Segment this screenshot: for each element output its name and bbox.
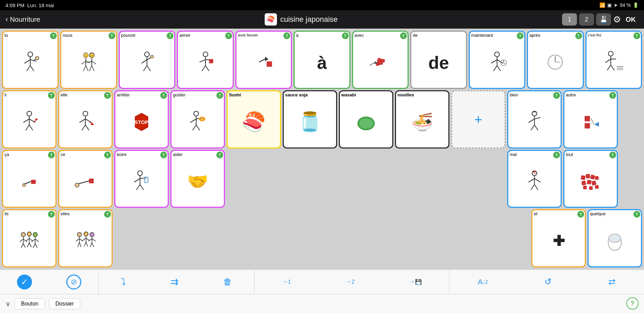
bouton-button[interactable]: Bouton — [15, 298, 45, 309]
svg-line-113 — [134, 178, 140, 182]
arrow-1-button[interactable]: →1 — [276, 270, 296, 294]
svg-point-91 — [201, 118, 202, 120]
copy-button[interactable]: ⇉ — [165, 270, 184, 294]
import-button[interactable]: ⤵ — [116, 270, 131, 294]
card-cest-fini[interactable]: T c'est fini — [585, 31, 642, 89]
card-avoir-besoin[interactable]: T avoir besoin — [235, 31, 292, 89]
svg-rect-36 — [209, 59, 213, 63]
svg-rect-130 — [581, 181, 586, 185]
svg-point-84 — [194, 111, 199, 116]
card-autre[interactable]: T autre — [563, 90, 618, 148]
svg-marker-39 — [265, 57, 268, 62]
card-gouter[interactable]: T goûter — [170, 90, 225, 148]
card-add[interactable]: + — [451, 90, 506, 148]
screen-icon: ▣ — [607, 2, 612, 8]
title-icon: 🍣 — [265, 13, 277, 26]
card-bien[interactable]: T bien — [507, 90, 562, 148]
svg-rect-131 — [587, 180, 592, 185]
card-quelque[interactable]: T quelque — [588, 209, 642, 267]
svg-line-170 — [90, 242, 92, 247]
chevron-down-icon[interactable]: ∨ — [5, 300, 11, 308]
svg-line-153 — [35, 244, 37, 248]
svg-point-0 — [28, 52, 33, 57]
swap-button[interactable]: ⇄ — [603, 270, 621, 294]
svg-line-49 — [491, 60, 497, 63]
svg-line-147 — [29, 243, 31, 247]
card-sushi[interactable]: Sushi 🍣 — [227, 90, 281, 148]
card-arreter[interactable]: T arrêter STOP — [114, 90, 169, 148]
svg-line-141 — [23, 244, 26, 248]
dossier-button[interactable]: Dossier — [49, 298, 80, 309]
settings-button[interactable]: ⚙ — [613, 14, 621, 25]
status-bar: 4:09 PM Lun. 18 mai 📶 ▣ ➤ 94 % 🔋 — [0, 0, 644, 10]
card-a[interactable]: T à à — [294, 31, 350, 89]
svg-line-79 — [85, 125, 89, 130]
card-tout[interactable]: T tout — [563, 150, 618, 208]
back-button[interactable]: ‹ Nourriture — [5, 15, 40, 24]
svg-line-140 — [21, 244, 23, 248]
sort-button[interactable]: A↓Z — [472, 270, 493, 294]
card-ils[interactable]: T ils — [2, 209, 56, 267]
card-ca[interactable]: T ça — [2, 150, 56, 208]
nav-bar: ‹ Nourriture 🍣 cuisine japonaise 1 2 💾 ⚙… — [0, 10, 644, 29]
card-avec[interactable]: T avec — [352, 31, 409, 89]
card-nouilles[interactable]: nouilles 🍜 — [395, 90, 449, 148]
card-aimer[interactable]: T aimer — [177, 31, 233, 89]
grid-row-3: T ça T ce T — [2, 150, 642, 208]
bottom-bar: ∨ Bouton Dossier ? — [0, 294, 644, 313]
card-mal[interactable]: T mal — [507, 150, 562, 208]
card-aider[interactable]: T aider 🤝 — [170, 150, 225, 208]
page-2-button[interactable]: 2 — [579, 13, 594, 26]
save-button[interactable]: 💾 — [596, 13, 611, 26]
grid-row-4: T ils — [2, 209, 642, 267]
svg-line-151 — [35, 239, 39, 242]
card-de[interactable]: de de — [410, 31, 467, 89]
card-sauce-soja[interactable]: sauce soja 🫙 — [283, 90, 337, 148]
card-elles[interactable]: T elles — [58, 209, 113, 267]
svg-line-115 — [136, 185, 140, 190]
svg-rect-106 — [31, 180, 36, 184]
bottom-toolbar: ✓ ⊘ ⤵ ⇉ 🗑 →1 →2 →💾 A↓Z ↺ ⇄ — [0, 269, 644, 294]
card-elle[interactable]: T elle — [58, 90, 113, 148]
svg-line-159 — [80, 242, 81, 247]
card-nous[interactable]: T nous 😊 😊 — [60, 31, 117, 89]
card-et[interactable]: T et ✚ — [531, 209, 586, 267]
card-wasabi[interactable]: wasabi — [339, 90, 393, 148]
delete-button[interactable]: 🗑 — [218, 270, 237, 294]
card-ce[interactable]: T ce — [58, 150, 113, 208]
toolbar-section-3: →1 →2 →💾 — [254, 270, 449, 294]
svg-rect-133 — [583, 186, 587, 189]
card-il[interactable]: T il — [2, 90, 56, 148]
help-button[interactable]: ? — [626, 297, 639, 310]
card-apres[interactable]: T après — [527, 31, 583, 89]
spacer — [283, 150, 337, 208]
svg-line-76 — [80, 119, 86, 123]
svg-point-174 — [609, 234, 621, 242]
card-boire[interactable]: T boire — [114, 150, 169, 208]
card-maintenant[interactable]: T maintenant — [469, 31, 525, 89]
svg-text:😊: 😊 — [89, 53, 94, 58]
refresh-button[interactable]: ↺ — [539, 270, 557, 294]
svg-line-146 — [27, 243, 29, 247]
svg-line-100 — [534, 125, 538, 130]
page-1-button[interactable]: 1 — [562, 13, 577, 26]
spacer — [395, 150, 449, 208]
check-button[interactable]: ✓ — [12, 270, 37, 294]
wifi-icon: 📶 — [599, 2, 605, 8]
svg-line-108 — [78, 181, 89, 184]
svg-line-152 — [33, 244, 35, 248]
svg-point-29 — [151, 55, 154, 58]
card-tu[interactable]: T tu — [2, 31, 59, 89]
no-button[interactable]: ⊘ — [61, 270, 87, 294]
svg-line-70 — [26, 125, 30, 130]
svg-line-158 — [78, 242, 79, 247]
arrow-save-button[interactable]: →💾 — [403, 270, 427, 294]
svg-point-66 — [27, 111, 32, 116]
grid-row-2: T il T elle — [2, 90, 642, 148]
arrow-2-button[interactable]: →2 — [340, 270, 360, 294]
ok-button[interactable]: OK — [623, 16, 639, 24]
svg-point-6 — [35, 56, 39, 60]
svg-line-34 — [202, 65, 205, 71]
card-pouvoir[interactable]: T pouvoir — [119, 31, 175, 89]
svg-line-165 — [86, 242, 88, 246]
